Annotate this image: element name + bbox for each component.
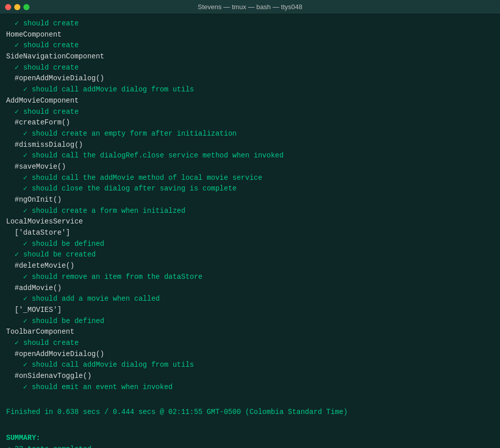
line-28: ✓ should be defined: [6, 316, 494, 327]
line-24: ✓ should remove an item from the dataSto…: [6, 272, 494, 283]
line-6: #openAddMovieDialog(): [6, 73, 494, 84]
line-12: #dismissDialog(): [6, 140, 494, 151]
line-21: ✓ should be defined: [6, 239, 494, 250]
line-32: ✓ should call addMovie dialog from utils: [6, 360, 494, 371]
line-5: ✓ should create: [6, 62, 494, 74]
line-22: ✓ should be created: [6, 249, 494, 261]
line-26: ✓ should add a movie when called: [6, 294, 494, 305]
line-18: ✓ should create a form when initialzed: [6, 206, 494, 217]
line-31: #openAddMovieDialog(): [6, 349, 494, 360]
line-11: ✓ should create an empty form after init…: [6, 129, 494, 140]
traffic-lights: [5, 4, 29, 10]
line-9: ✓ should create: [6, 107, 494, 118]
line-13: ✓ should call the dialogRef.close servic…: [6, 150, 494, 162]
tests-completed: ✓ 32 tests completed: [6, 444, 494, 448]
line-29: ToolbarComponent: [6, 327, 494, 338]
summary-label: SUMMARY:: [6, 433, 494, 444]
line-20: ['dataStore']: [6, 228, 494, 239]
line-4: SideNavigationComponent: [6, 51, 494, 62]
line-27: ['_MOVIES']: [6, 305, 494, 316]
line-1: ✓ should create: [6, 18, 494, 29]
line-3: ✓ should create: [6, 40, 494, 51]
line-34: ✓ should emit an event when invoked: [6, 382, 494, 393]
line-23: #deleteMovie(): [6, 261, 494, 272]
maximize-button[interactable]: [23, 4, 29, 10]
line-14: #saveMovie(): [6, 162, 494, 173]
line-10: #createForm(): [6, 117, 494, 129]
line-8: AddMovieComponent: [6, 95, 494, 107]
terminal: ✓ should create HomeComponent ✓ should c…: [0, 14, 500, 448]
title-bar: Stevens — tmux — bash — ttys048: [0, 0, 500, 14]
line-33: #onSidenavToggle(): [6, 371, 494, 382]
line-7: ✓ should call addMovie dialog from utils: [6, 84, 494, 95]
finished-line: Finished in 0.638 secs / 0.444 secs @ 02…: [6, 407, 494, 418]
minimize-button[interactable]: [14, 4, 20, 10]
window-title: Stevens — tmux — bash — ttys048: [198, 3, 302, 11]
line-25: #addMovie(): [6, 283, 494, 294]
line-2: HomeComponent: [6, 29, 494, 41]
close-button[interactable]: [5, 4, 11, 10]
line-15: ✓ should call the addMovie method of loc…: [6, 173, 494, 184]
line-30: ✓ should create: [6, 338, 494, 349]
line-16: ✓ should close the dialog after saving i…: [6, 183, 494, 195]
line-17: #ngOnInit(): [6, 195, 494, 206]
line-19: LocalMoviesService: [6, 216, 494, 228]
